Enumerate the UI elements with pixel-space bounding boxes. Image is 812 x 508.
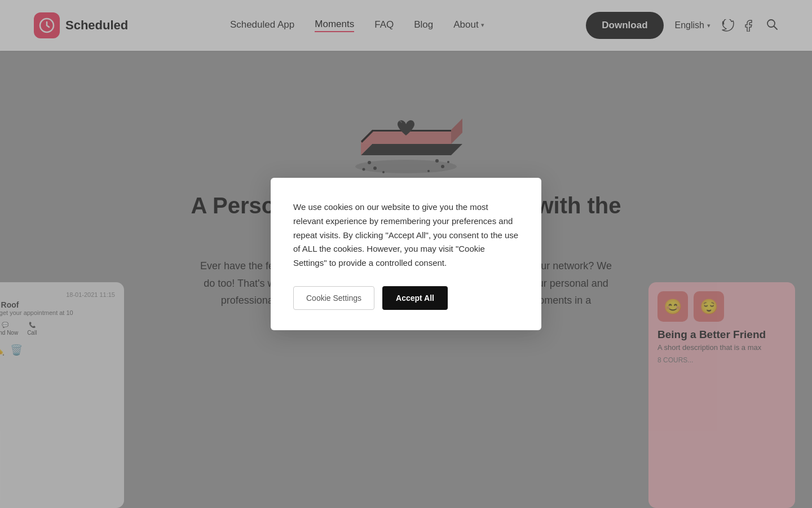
cookie-modal-actions: Cookie Settings Accept All [293,286,519,310]
accept-all-button[interactable]: Accept All [382,286,448,310]
cookie-overlay: We use cookies on our website to give yo… [0,0,812,508]
cookie-settings-button[interactable]: Cookie Settings [293,286,374,310]
cookie-modal-text: We use cookies on our website to give yo… [293,200,519,270]
cookie-modal: We use cookies on our website to give yo… [271,178,541,330]
